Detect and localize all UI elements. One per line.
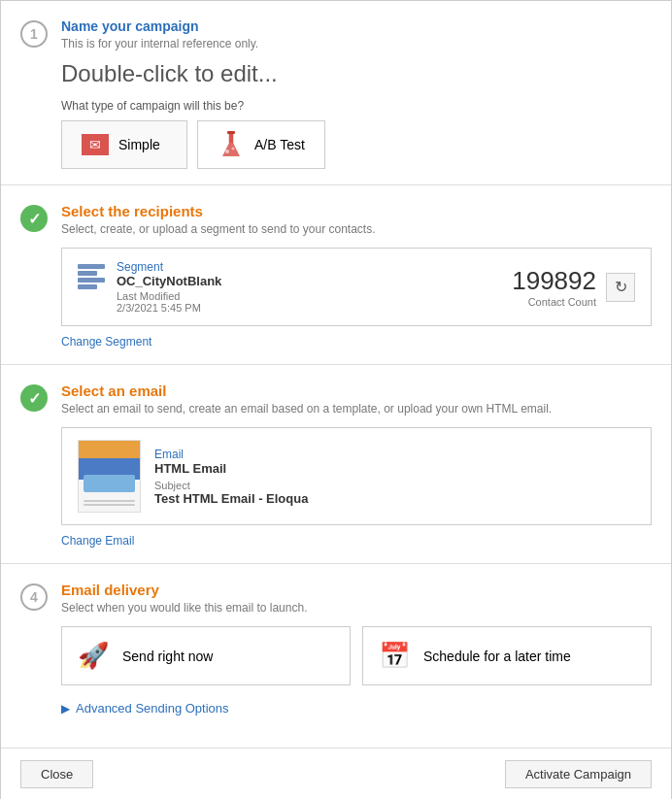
advanced-label: Advanced Sending Options: [76, 701, 229, 716]
thumb-line-1: [84, 500, 135, 502]
campaign-name-title: Name your campaign: [61, 18, 652, 34]
section-1-body: Name your campaign This is for your inte…: [61, 18, 652, 169]
segment-card: Segment OC_CityNotBlank Last Modified 2/…: [61, 248, 652, 326]
change-segment-link[interactable]: Change Segment: [61, 335, 151, 349]
thumbnail-sofa: [84, 475, 135, 492]
chevron-right-icon: ▶: [61, 702, 70, 716]
close-button[interactable]: Close: [20, 760, 93, 788]
email-name: HTML Email: [154, 461, 308, 476]
campaign-type-label: What type of campaign will this be?: [61, 99, 652, 113]
section-3-body: Select an email Select an email to send,…: [61, 383, 652, 548]
step-4-number: 4: [20, 583, 48, 611]
recipients-title: Select the recipients: [61, 203, 652, 219]
contact-count-number: 199892: [512, 266, 596, 296]
schedule-label: Schedule for a later time: [423, 649, 571, 664]
seg-bar-4: [78, 284, 97, 289]
ab-test-campaign-button[interactable]: A/B Test: [197, 120, 325, 169]
thumbnail-lines: [84, 500, 135, 508]
campaign-name-edit[interactable]: Double-click to edit...: [61, 60, 652, 87]
send-now-button[interactable]: 🚀 Send right now: [61, 626, 351, 685]
schedule-button[interactable]: 📅 Schedule for a later time: [362, 626, 652, 685]
email-label: Email: [154, 448, 308, 461]
section-1: 1 Name your campaign This is for your in…: [1, 1, 671, 185]
section-3: Select an email Select an email to send,…: [1, 365, 671, 564]
segment-icon: [78, 264, 105, 289]
ab-test-label: A/B Test: [254, 137, 305, 152]
advanced-options[interactable]: ▶ Advanced Sending Options: [61, 695, 652, 721]
footer: Close Activate Campaign: [1, 748, 671, 799]
step-2-check: [20, 205, 48, 232]
delivery-title: Email delivery: [61, 582, 652, 598]
segment-name: OC_CityNotBlank: [117, 274, 221, 288]
seg-bar-2: [78, 271, 97, 276]
svg-marker-1: [222, 143, 240, 156]
seg-bar-3: [78, 278, 105, 283]
thumb-line-2: [84, 504, 135, 506]
segment-modified-label: Last Modified: [117, 290, 221, 302]
refresh-button[interactable]: ↻: [606, 273, 635, 302]
step-1-number: 1: [20, 20, 48, 48]
delivery-subtitle: Select when you would like this email to…: [61, 601, 652, 615]
svg-point-3: [225, 150, 229, 153]
segment-label: Segment: [117, 260, 221, 274]
seg-bar-1: [78, 264, 105, 269]
simple-label: Simple: [118, 137, 160, 152]
subject-label: Subject: [154, 480, 308, 491]
simple-campaign-button[interactable]: Simple: [61, 120, 187, 169]
svg-rect-2: [227, 131, 235, 134]
segment-modified-date: 2/3/2021 5:45 PM: [117, 302, 221, 314]
recipients-subtitle: Select, create, or upload a segment to s…: [61, 222, 652, 236]
section-4: 4 Email delivery Select when you would l…: [1, 564, 671, 737]
subject-text: Test HTML Email - Eloqua: [154, 491, 308, 506]
campaign-name-hint: This is for your internal reference only…: [61, 37, 652, 50]
change-email-link[interactable]: Change Email: [61, 534, 134, 548]
rocket-icon: 🚀: [78, 641, 109, 671]
segment-right: 199892 Contact Count ↻: [512, 266, 635, 308]
calendar-icon: 📅: [379, 641, 410, 671]
svg-point-4: [232, 148, 235, 150]
simple-email-icon: [82, 134, 109, 155]
section-2-body: Select the recipients Select, create, or…: [61, 203, 652, 349]
email-info: Email HTML Email Subject Test HTML Email…: [154, 448, 308, 506]
campaign-type-buttons: Simple A/B Test: [61, 120, 652, 169]
segment-info: Segment OC_CityNotBlank Last Modified 2/…: [117, 260, 221, 314]
segment-left: Segment OC_CityNotBlank Last Modified 2/…: [78, 260, 221, 314]
email-card: Email HTML Email Subject Test HTML Email…: [61, 427, 652, 525]
section-4-body: Email delivery Select when you would lik…: [61, 582, 652, 721]
activate-campaign-button[interactable]: Activate Campaign: [505, 760, 652, 788]
section-2: Select the recipients Select, create, or…: [1, 185, 671, 365]
contact-count: 199892 Contact Count: [512, 266, 596, 308]
step-3-check: [20, 384, 48, 412]
email-thumbnail: [78, 440, 141, 513]
email-subtitle: Select an email to send, create an email…: [61, 402, 652, 416]
ab-test-icon: [218, 131, 245, 158]
email-title: Select an email: [61, 383, 652, 399]
contact-count-label: Contact Count: [512, 296, 596, 308]
thumbnail-inner: [79, 441, 140, 512]
delivery-buttons: 🚀 Send right now 📅 Schedule for a later …: [61, 626, 652, 685]
send-now-label: Send right now: [122, 649, 213, 664]
